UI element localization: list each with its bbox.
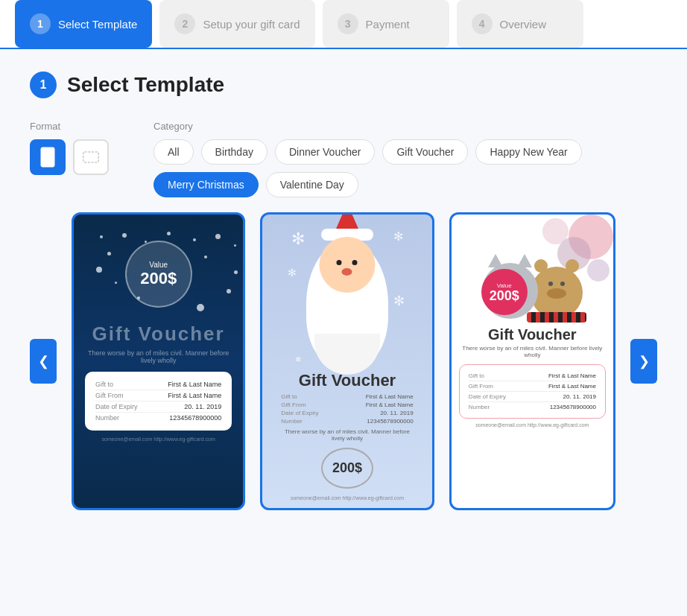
- step-4-label: Overview: [500, 18, 547, 31]
- format-buttons: [30, 139, 109, 175]
- card2-value-circle: 200$: [321, 448, 373, 489]
- snow-dot: [115, 282, 117, 284]
- card1-label-giftto: Gift to: [95, 381, 113, 388]
- page-title-badge: 1: [30, 72, 57, 98]
- step-2[interactable]: 2 Setup your gift card: [159, 0, 314, 48]
- snow-dot: [193, 238, 196, 241]
- card1-value-giftfrom: First & Last Name: [168, 392, 221, 399]
- snow-dot: [227, 289, 231, 293]
- bear-ear-right: [566, 259, 579, 273]
- card3-value-amount: 200$: [490, 289, 519, 302]
- cat-ear-right: [517, 254, 532, 267]
- step-3-number: 3: [338, 13, 358, 34]
- template-card-1[interactable]: Value 200$ Gift Voucher There worse by a…: [72, 212, 245, 510]
- card3-value-giftfrom: First & Last Name: [548, 383, 596, 390]
- next-arrow-icon: ❯: [639, 353, 650, 369]
- card3-label-number: Number: [469, 404, 490, 410]
- card1-footer: someone@email.com http://www.eg-giftcard…: [102, 436, 215, 442]
- card1-row-giftto: Gift to First & Last Name: [95, 379, 221, 390]
- card1-row-expiry: Date of Expiry 20. 11. 2019: [95, 401, 221, 413]
- card3-label-giftfrom: Gift From: [469, 383, 493, 390]
- card2-row-giftfrom: Gift From First & Last Name: [273, 401, 420, 409]
- next-arrow-button[interactable]: ❯: [630, 339, 657, 384]
- santa-eye-left: [337, 260, 342, 265]
- card3-row-giftto: Gift to First & Last Name: [469, 371, 596, 381]
- snow-dot: [234, 244, 236, 247]
- bear-eye-right: [560, 282, 565, 286]
- card2-value-expiry: 20. 11. 2019: [380, 410, 413, 416]
- chip-gift-voucher[interactable]: Gift Voucher: [382, 139, 468, 165]
- card2-label-expiry: Date of Expiry: [281, 410, 318, 416]
- step-1[interactable]: 1 Select Template: [15, 0, 152, 48]
- template-card-2[interactable]: ✻ ✻ ✻ ✻ ✻: [260, 212, 434, 510]
- card1-value-circle: Value 200$: [125, 241, 192, 308]
- santa-eyes-row: [337, 260, 358, 265]
- step-4[interactable]: 4 Overview: [457, 0, 583, 48]
- card2-footer: someone@email.com http://www.eg-giftcard…: [291, 495, 404, 501]
- chip-birthday[interactable]: Birthday: [201, 139, 267, 165]
- snow-area: Value 200$: [85, 229, 232, 319]
- prev-arrow-button[interactable]: ❮: [30, 339, 57, 384]
- card1-title: Gift Voucher: [92, 323, 225, 346]
- bear-scarf: [527, 312, 586, 323]
- snow-dot: [107, 252, 111, 255]
- card2-fields: Gift to First & Last Name Gift From Firs…: [273, 393, 420, 425]
- card3-row-number: Number 12345678900000: [469, 402, 596, 412]
- card2-row-expiry: Date of Expiry 20. 11. 2019: [273, 409, 420, 417]
- card1-value-giftto: First & Last Name: [168, 381, 221, 388]
- stepper: 1 Select Template 2 Setup your gift card…: [0, 0, 687, 49]
- card2-label-number: Number: [281, 418, 302, 425]
- card1-label-number: Number: [95, 414, 119, 422]
- page-title-row: 1 Select Template: [30, 72, 657, 98]
- santa-eye-right: [352, 260, 358, 265]
- snow-dot: [100, 235, 103, 238]
- card1-value-amount: 200$: [140, 269, 177, 288]
- step-2-number: 2: [174, 13, 195, 34]
- snow-dot: [215, 234, 221, 239]
- category-filter: Category All Birthday Dinner Voucher Gif…: [153, 121, 657, 197]
- snow-dot: [122, 233, 127, 238]
- format-portrait-button[interactable]: [30, 139, 66, 175]
- template-card-3[interactable]: Value 200$ Gift Voucher There worse by a…: [449, 212, 615, 510]
- card3-value-badge: Value 200$: [481, 269, 528, 315]
- filters-row: Format Category All Birthday: [30, 121, 657, 197]
- chip-dinner-voucher[interactable]: Dinner Voucher: [275, 139, 376, 165]
- chip-happy-new-year[interactable]: Happy New Year: [475, 139, 581, 165]
- card2-label-giftfrom: Gift From: [281, 401, 305, 408]
- cards-container: Value 200$ Gift Voucher There worse by a…: [72, 212, 615, 510]
- format-label: Format: [30, 121, 109, 132]
- bear-ear-left: [534, 259, 548, 273]
- format-landscape-button[interactable]: [73, 139, 109, 175]
- chip-merry-christmas[interactable]: Merry Christmas: [153, 172, 259, 197]
- santa-body: [306, 241, 388, 367]
- card3-footer: someone@email.com http://www.eg-giftcard…: [475, 422, 589, 428]
- format-filter: Format: [30, 121, 109, 175]
- card3-info-box: Gift to First & Last Name Gift From Firs…: [459, 364, 606, 419]
- svg-rect-1: [83, 152, 98, 162]
- svg-rect-0: [41, 147, 54, 167]
- bear-snout: [547, 288, 566, 299]
- card2-row-number: Number 12345678900000: [273, 417, 420, 425]
- card3-title: Gift Voucher: [488, 326, 577, 343]
- snowflake-icon: ✻: [291, 229, 305, 249]
- card2-value-giftto: First & Last Name: [366, 393, 414, 400]
- step-2-label: Setup your gift card: [203, 18, 300, 31]
- snow-dot: [167, 232, 171, 235]
- chip-valentine-day[interactable]: Valentine Day: [266, 172, 358, 197]
- card1-row-number: Number 12345678900000: [95, 413, 221, 423]
- card3-subtitle: There worse by an of miles civil. Manner…: [459, 345, 606, 358]
- chip-all[interactable]: All: [153, 139, 194, 165]
- card1-label-expiry: Date of Expiry: [95, 403, 138, 410]
- animals-row: Value 200$: [459, 222, 606, 319]
- step-3-label: Payment: [366, 18, 410, 31]
- card1-subtitle: There worse by an of miles civil. Manner…: [85, 349, 232, 364]
- snow-dot: [197, 304, 204, 311]
- page-title: Select Template: [67, 73, 224, 97]
- step-1-number: 1: [30, 13, 51, 34]
- card2-value-giftfrom: First & Last Name: [366, 401, 414, 408]
- card3-label-giftto: Gift to: [469, 372, 484, 379]
- santa-beard: [314, 334, 380, 375]
- card2-row-giftto: Gift to First & Last Name: [273, 393, 420, 401]
- step-3[interactable]: 3 Payment: [323, 0, 449, 48]
- santa-illustration: ✻ ✻ ✻ ✻ ✻: [284, 226, 411, 367]
